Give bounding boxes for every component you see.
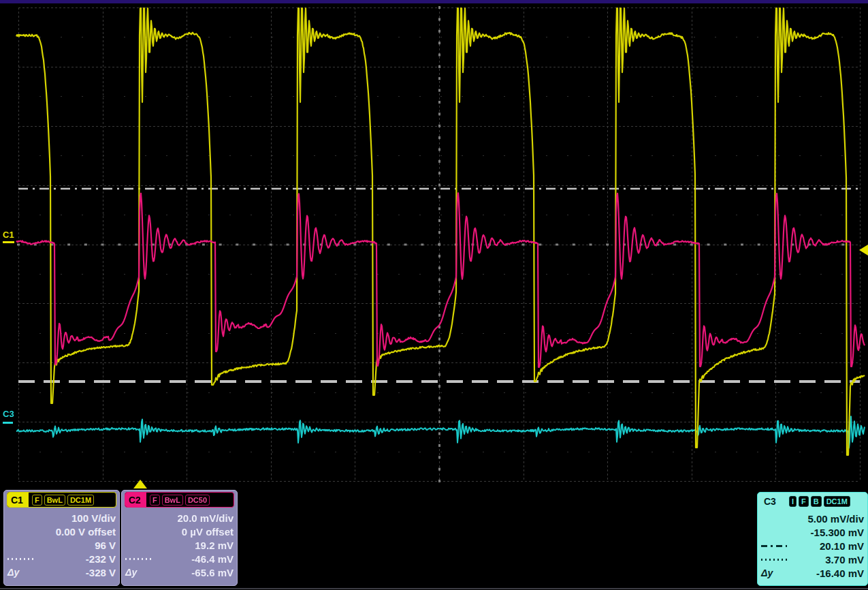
c1-descriptor-title: C1 F BwL DC1M — [7, 492, 116, 508]
channel-descriptor-c2[interactable]: C2 F BwL DC50 20.0 mV/div 0 µV offset 19… — [121, 490, 238, 586]
c1-ground-indicator-icon — [3, 241, 14, 243]
dashdot-cursor-icon — [761, 545, 787, 547]
channel-descriptor-c3[interactable]: C3 I F B DC1M 5.00 mV/div -15.300 mV 20.… — [757, 492, 868, 586]
c1-channel-chip: C1 — [7, 493, 29, 507]
delta-y-label: Δy — [7, 567, 19, 578]
c3-offset-row: -15.300 mV — [760, 525, 865, 539]
c1-offset-value: 0.00 V offset — [36, 526, 116, 538]
c3-trace-marker-label: C3 — [3, 409, 14, 419]
c3-badge-i: I — [789, 496, 797, 507]
c1-delta-value: -328 V — [36, 567, 116, 578]
c3-badge-dc1m: DC1M — [824, 496, 850, 507]
c1-cursor2-value: -232 V — [36, 553, 116, 565]
c2-delta-row: Δy -65.6 mV — [125, 565, 234, 579]
c2-delta-value: -65.6 mV — [154, 567, 234, 578]
c1-delta-row: Δy -328 V — [7, 565, 116, 579]
c2-cursor2-value: -46.4 mV — [154, 553, 234, 565]
c1-cursor2-row: -232 V — [7, 552, 116, 565]
c3-delta-value: -16.40 mV — [790, 568, 864, 579]
delta-y-label: Δy — [761, 568, 773, 578]
trigger-level-marker-icon[interactable] — [859, 245, 868, 255]
c1-vdiv-row: 100 V/div — [7, 511, 116, 525]
c1-badges: F BwL DC1M — [29, 493, 95, 507]
c1-descriptor-rows: 100 V/div 0.00 V offset 96 V -232 V Δy -… — [7, 511, 116, 579]
c3-descriptor-rows: 5.00 mV/div -15.300 mV 20.10 mV 3.70 mV … — [760, 512, 865, 580]
c3-vdiv-row: 5.00 mV/div — [760, 512, 865, 525]
c1-cursor1-value: 96 V — [36, 540, 116, 551]
c3-trace-marker[interactable]: C3 — [3, 409, 14, 424]
dashdot-cursor-icon — [125, 544, 151, 546]
c3-cursor1-row: 20.10 mV — [760, 539, 865, 553]
c1-badge-bwl: BwL — [44, 495, 65, 506]
c1-badge-dc1m: DC1M — [67, 495, 94, 506]
c3-offset-value: -15.300 mV — [790, 527, 864, 538]
c3-channel-chip: C3 — [760, 494, 786, 508]
c2-cursor2-row: -46.4 mV — [125, 552, 234, 565]
screen-bottom-border — [0, 588, 868, 589]
c2-vdiv-row: 20.0 mV/div — [125, 511, 234, 525]
c1-trace-marker-label: C1 — [3, 230, 14, 240]
delta-y-label: Δy — [125, 567, 137, 578]
dashdot-cursor-icon — [7, 544, 33, 546]
c1-vdiv-value: 100 V/div — [36, 512, 116, 524]
c2-badge-coupling: F — [150, 495, 160, 506]
c2-offset-row: 0 µV offset — [125, 525, 234, 538]
c3-delta-row: Δy -16.40 mV — [760, 566, 865, 580]
c3-descriptor-title: C3 I F B DC1M — [760, 494, 865, 508]
c3-vdiv-value: 5.00 mV/div — [790, 513, 864, 525]
channel-descriptor-c1[interactable]: C1 F BwL DC1M 100 V/div 0.00 V offset 96… — [3, 490, 120, 586]
c3-badges: I F B DC1M — [786, 494, 852, 508]
c2-offset-value: 0 µV offset — [154, 526, 234, 538]
dotted-cursor-icon — [125, 558, 151, 560]
dotted-cursor-icon — [761, 559, 787, 561]
c3-cursor1-value: 20.10 mV — [790, 540, 864, 552]
oscilloscope-screen: C1 C3 C1 F BwL DC1M 100 V/div 0.00 V off… — [0, 0, 868, 590]
c2-cursor1-value: 19.2 mV — [154, 540, 234, 551]
c2-descriptor-rows: 20.0 mV/div 0 µV offset 19.2 mV -46.4 mV… — [125, 511, 234, 579]
dotted-cursor-icon — [7, 558, 33, 560]
c1-cursor1-row: 96 V — [7, 538, 116, 552]
c2-channel-chip: C2 — [125, 493, 146, 507]
c3-cursor2-row: 3.70 mV — [760, 553, 865, 566]
c2-badge-dc50: DC50 — [185, 495, 210, 506]
screen-top-border — [0, 0, 868, 3]
c2-badges: F BwL DC50 — [146, 493, 211, 507]
c2-vdiv-value: 20.0 mV/div — [154, 512, 234, 524]
c3-ground-indicator-icon — [3, 422, 13, 424]
c1-offset-row: 0.00 V offset — [7, 525, 116, 538]
c1-badge-coupling: F — [32, 495, 42, 506]
waveform-graticule — [0, 0, 868, 485]
trigger-time-marker-icon[interactable] — [133, 480, 147, 488]
c1-trace-marker[interactable]: C1 — [3, 230, 14, 243]
c3-badge-b: B — [811, 496, 822, 507]
c2-descriptor-title: C2 F BwL DC50 — [125, 492, 234, 508]
c2-badge-bwl: BwL — [162, 495, 183, 506]
c2-cursor1-row: 19.2 mV — [125, 538, 234, 552]
c3-badge-f: F — [799, 496, 809, 507]
c3-cursor2-value: 3.70 mV — [790, 554, 864, 565]
